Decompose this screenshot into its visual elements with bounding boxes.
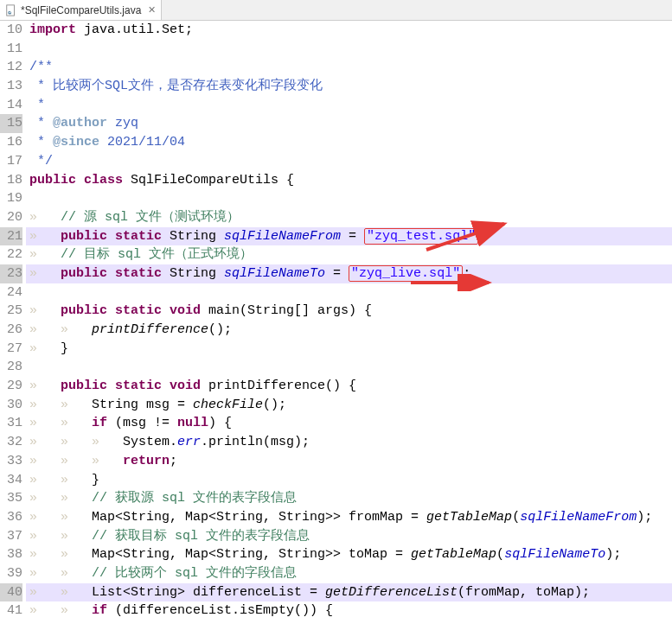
line-number: 29 bbox=[0, 377, 22, 396]
line-number: 36 bbox=[0, 508, 22, 527]
line-number: 11 bbox=[0, 40, 22, 59]
line-number: 21 bbox=[0, 227, 22, 246]
code-line[interactable]: » » // 比较两个 sql 文件的字段信息 bbox=[26, 564, 672, 583]
code-line[interactable]: » » Map<String, Map<String, String>> fro… bbox=[26, 508, 672, 527]
code-line[interactable]: » » } bbox=[26, 471, 672, 490]
code-line[interactable]: » public static String sqlFileNameFrom =… bbox=[26, 227, 672, 246]
code-line[interactable]: » » // 获取源 sql 文件的表字段信息 bbox=[26, 489, 672, 508]
code-editor[interactable]: 1011121314151617181920212223242526272829… bbox=[0, 21, 672, 630]
code-line[interactable]: » » if (msg != null) { bbox=[26, 414, 672, 433]
code-line[interactable] bbox=[26, 40, 672, 59]
line-number: 10 bbox=[0, 21, 22, 40]
line-number: 32 bbox=[0, 433, 22, 452]
line-number: 38 bbox=[0, 545, 22, 564]
code-line[interactable]: » » printDifference(); bbox=[26, 321, 672, 340]
line-number: 37 bbox=[0, 527, 22, 546]
code-line[interactable]: » // 源 sql 文件（测试环境） bbox=[26, 208, 672, 227]
line-number: 13 bbox=[0, 77, 22, 96]
line-number: 41 bbox=[0, 601, 22, 620]
line-number: 40 bbox=[0, 583, 22, 602]
code-line[interactable] bbox=[26, 283, 672, 302]
code-line[interactable]: * 比较两个SQL文件，是否存在表变化和字段变化 bbox=[26, 77, 672, 96]
line-number: 23 bbox=[0, 264, 22, 283]
line-number: 27 bbox=[0, 340, 22, 359]
line-number: 20 bbox=[0, 208, 22, 227]
code-line[interactable]: * @author zyq bbox=[26, 114, 672, 133]
code-line[interactable]: » » » return; bbox=[26, 452, 672, 471]
line-number: 14 bbox=[0, 96, 22, 115]
code-area[interactable]: import java.util.Set;/** * 比较两个SQL文件，是否存… bbox=[26, 21, 672, 630]
line-number: 30 bbox=[0, 396, 22, 415]
code-line[interactable]: » » » System.err.println(msg); bbox=[26, 433, 672, 452]
line-number: 25 bbox=[0, 302, 22, 321]
code-line[interactable]: */ bbox=[26, 152, 672, 171]
code-line[interactable]: * bbox=[26, 96, 672, 115]
line-number: 12 bbox=[0, 58, 22, 77]
code-line[interactable]: » // 目标 sql 文件（正式环境） bbox=[26, 245, 672, 264]
line-number: 22 bbox=[0, 245, 22, 264]
code-line[interactable]: » » List<String> differenceList = getDif… bbox=[26, 583, 672, 602]
line-number: 15 bbox=[0, 114, 22, 133]
code-line[interactable]: * @since 2021/11/04 bbox=[26, 133, 672, 152]
code-line[interactable]: import java.util.Set; bbox=[26, 21, 672, 40]
line-number: 26 bbox=[0, 321, 22, 340]
line-number: 31 bbox=[0, 414, 22, 433]
code-line[interactable] bbox=[26, 358, 672, 377]
code-line[interactable]: » » Map<String, Map<String, String>> toM… bbox=[26, 545, 672, 564]
code-line[interactable]: » } bbox=[26, 340, 672, 359]
line-number: 33 bbox=[0, 452, 22, 471]
java-file-icon bbox=[5, 4, 17, 16]
code-line[interactable]: » » // 获取目标 sql 文件的表字段信息 bbox=[26, 527, 672, 546]
code-line[interactable]: » » String msg = checkFile(); bbox=[26, 396, 672, 415]
code-line[interactable]: » public static void main(String[] args)… bbox=[26, 302, 672, 321]
line-number: 18 bbox=[0, 171, 22, 190]
line-number: 35 bbox=[0, 489, 22, 508]
line-number: 19 bbox=[0, 189, 22, 208]
editor-tab[interactable]: *SqlFileCompareUtils.java ✕ bbox=[0, 0, 162, 20]
code-line[interactable]: » public static String sqlFileNameTo = "… bbox=[26, 264, 672, 283]
editor-tab-bar: *SqlFileCompareUtils.java ✕ bbox=[0, 0, 672, 21]
line-number: 28 bbox=[0, 358, 22, 377]
line-number: 17 bbox=[0, 152, 22, 171]
code-line[interactable]: » » if (differenceList.isEmpty()) { bbox=[26, 601, 672, 620]
code-line[interactable]: public class SqlFileCompareUtils { bbox=[26, 171, 672, 190]
editor-tab-title: *SqlFileCompareUtils.java bbox=[21, 4, 141, 16]
code-line[interactable]: /** bbox=[26, 58, 672, 77]
close-icon[interactable]: ✕ bbox=[148, 4, 156, 16]
line-number-gutter: 1011121314151617181920212223242526272829… bbox=[0, 21, 26, 630]
line-number: 39 bbox=[0, 564, 22, 583]
line-number: 24 bbox=[0, 283, 22, 302]
line-number: 34 bbox=[0, 471, 22, 490]
code-line[interactable]: » public static void printDifference() { bbox=[26, 377, 672, 396]
line-number: 16 bbox=[0, 133, 22, 152]
code-line[interactable] bbox=[26, 189, 672, 208]
